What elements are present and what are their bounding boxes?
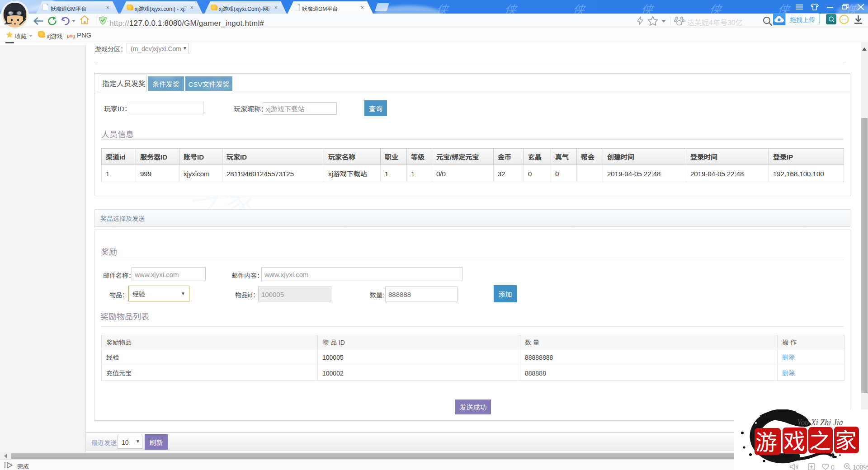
svg-text:游: 游 [755, 425, 777, 456]
svg-text:之: 之 [809, 423, 831, 455]
svg-text:家: 家 [835, 423, 857, 455]
svg-text:戏: 戏 [783, 424, 805, 456]
